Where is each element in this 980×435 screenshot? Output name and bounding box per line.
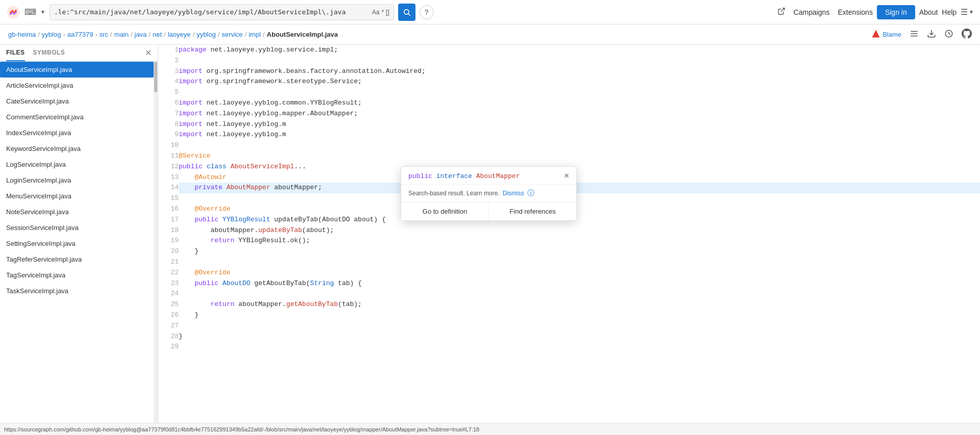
breadcrumb-path6[interactable]: yyblog xyxy=(197,31,216,38)
tooltip-title: public interface AboutMapper xyxy=(408,172,520,180)
svg-line-6 xyxy=(408,14,410,16)
tooltip-info-icon[interactable]: ⓘ xyxy=(527,189,534,198)
github-icon[interactable] xyxy=(962,29,972,40)
sidebar-item-3[interactable]: CommentServiceImpl.java xyxy=(0,109,154,125)
lines-icon[interactable] xyxy=(910,29,919,40)
about-link[interactable]: About xyxy=(919,8,938,16)
sidebar-close-button[interactable]: ✕ xyxy=(145,49,152,61)
topbar-nav: Campaigns Extensions xyxy=(777,7,873,17)
code-line-29: 29 xyxy=(158,342,980,352)
breadcrumb-path8[interactable]: impl xyxy=(249,31,261,38)
address-bar-controls: Aa * [] xyxy=(372,9,389,16)
code-line-19: 19 return YYBlogResult.ok(); xyxy=(158,236,980,246)
tooltip-header: public interface AboutMapper ✕ xyxy=(401,167,576,185)
tooltip-kw2: interface xyxy=(436,172,472,180)
svg-point-0 xyxy=(7,6,20,18)
new-tab-icon[interactable] xyxy=(777,7,786,17)
breadcrumb-sep3: › xyxy=(95,31,97,38)
code-line-10: 10 xyxy=(158,140,980,151)
breadcrumb-path1[interactable]: src xyxy=(100,31,108,38)
code-panel: 1 package net.laoyeye.yyblog.service.imp… xyxy=(158,45,980,423)
hamburger-menu[interactable]: ☰ ▼ xyxy=(961,7,974,17)
download-icon[interactable] xyxy=(927,29,936,40)
address-text: .le:^src/main/java/net/laoyeye/yyblog/se… xyxy=(54,8,369,16)
breadcrumb-bar: gb-heima / yyblog › aa77379 › src / main… xyxy=(0,24,980,45)
code-line-9: 9 import net.laoyeye.yyblog.m xyxy=(158,130,980,140)
tooltip-dismiss-button[interactable]: Dismiss xyxy=(503,190,524,197)
sidebar-item-6[interactable]: LogServiceImpl.java xyxy=(0,157,154,172)
svg-point-4 xyxy=(15,11,17,13)
brackets-icon[interactable]: [] xyxy=(386,9,389,16)
sidebar-scrollbar[interactable] xyxy=(154,62,158,423)
svg-point-1 xyxy=(10,11,12,13)
sidebar-item-0[interactable]: AboutServiceImpl.java xyxy=(0,62,154,78)
regex-icon[interactable]: * xyxy=(381,9,384,16)
code-line-27: 27 xyxy=(158,321,980,331)
sidebar-item-9[interactable]: NoteServiceImpl.java xyxy=(0,204,154,220)
breadcrumb-path4[interactable]: net xyxy=(153,31,162,38)
sidebar-item-10[interactable]: SessionServiceImpl.java xyxy=(0,220,154,236)
font-size-label[interactable]: Aa xyxy=(372,9,380,16)
svg-point-3 xyxy=(10,13,12,15)
tooltip-actions: Go to definition Find references xyxy=(401,202,576,220)
tab-files[interactable]: FILES xyxy=(6,49,25,61)
main-area: FILES SYMBOLS ✕ AboutServiceImpl.java Ar… xyxy=(0,45,980,423)
search-button[interactable] xyxy=(398,4,415,21)
breadcrumb-repo[interactable]: yyblog xyxy=(42,31,61,38)
keyboard-icon[interactable]: ⌨ xyxy=(24,7,36,17)
status-url: https://sourcegraph.com/github.com/gb-he… xyxy=(4,426,479,432)
topbar: ⌨ ▼ .le:^src/main/java/net/laoyeye/yyblo… xyxy=(0,0,980,24)
sourcegraph-logo[interactable] xyxy=(6,5,20,19)
keyboard-dropdown[interactable]: ▼ xyxy=(40,9,45,15)
blame-button[interactable]: Blame xyxy=(871,29,901,40)
sidebar-item-13[interactable]: TagServiceImpl.java xyxy=(0,267,154,283)
help-button[interactable]: ? xyxy=(420,5,434,19)
breadcrumb-path3[interactable]: java xyxy=(135,31,147,38)
code-line-21: 21 xyxy=(158,257,980,268)
blame-label: Blame xyxy=(883,31,901,38)
sidebar-item-2[interactable]: CateServiceImpl.java xyxy=(0,93,154,109)
code-line-22: 22 @Override xyxy=(158,268,980,278)
sidebar-item-7[interactable]: LoginServiceImpl.java xyxy=(0,172,154,188)
code-line-2: 2 xyxy=(158,56,980,66)
code-line-20: 20 } xyxy=(158,246,980,257)
sidebar-item-8[interactable]: MenuServiceImpl.java xyxy=(0,188,154,204)
sidebar-scrollbar-thumb[interactable] xyxy=(154,62,157,92)
sidebar-item-12[interactable]: TagReferServiceImpl.java xyxy=(0,251,154,267)
sidebar-item-4[interactable]: IndexServiceImpl.java xyxy=(0,125,154,141)
find-references-button[interactable]: Find references xyxy=(489,202,576,220)
tab-symbols[interactable]: SYMBOLS xyxy=(33,49,65,61)
history-icon[interactable] xyxy=(944,29,953,40)
breadcrumb-path2[interactable]: main xyxy=(114,31,129,38)
breadcrumb-actions: Blame xyxy=(871,29,972,40)
sidebar-item-1[interactable]: ArticleServiceImpl.java xyxy=(0,78,154,93)
breadcrumb-file: AboutServiceImpl.java xyxy=(267,31,338,38)
sidebar-item-5[interactable]: KeywordServiceImpl.java xyxy=(0,141,154,157)
code-line-4: 4 import org.springframework.stereotype.… xyxy=(158,76,980,87)
help-link[interactable]: Help xyxy=(942,8,957,16)
line-num-1: 1 xyxy=(158,45,179,56)
status-bar: https://sourcegraph.com/github.com/gb-he… xyxy=(0,423,980,435)
code-scroll-area[interactable]: 1 package net.laoyeye.yyblog.service.imp… xyxy=(158,45,980,423)
code-line-18: 18 aboutMapper.updateByTab(about); xyxy=(158,225,980,236)
line-code-1[interactable]: package net.laoyeye.yyblog.service.impl; xyxy=(179,45,980,56)
breadcrumb-sep2: › xyxy=(63,31,65,38)
code-line-1: 1 package net.laoyeye.yyblog.service.imp… xyxy=(158,45,980,56)
tooltip-kw1: public xyxy=(408,172,432,180)
sidebar-tabs: FILES SYMBOLS ✕ xyxy=(0,45,158,62)
sidebar-item-11[interactable]: SettingServiceImpl.java xyxy=(0,236,154,251)
tooltip-popup: public interface AboutMapper ✕ Search-ba… xyxy=(401,166,577,221)
code-line-3: 3 import org.springframework.beans.facto… xyxy=(158,66,980,77)
sidebar-item-14[interactable]: TaskServiceImpl.java xyxy=(0,283,154,299)
breadcrumb-path5[interactable]: laoyeye xyxy=(168,31,191,38)
code-line-11: 11 @Service xyxy=(158,151,980,162)
breadcrumb-path7[interactable]: service xyxy=(222,31,242,38)
sign-in-button[interactable]: Sign in xyxy=(877,5,915,19)
breadcrumb-hash[interactable]: aa77379 xyxy=(67,31,93,38)
extensions-link[interactable]: Extensions xyxy=(838,8,872,16)
campaigns-link[interactable]: Campaigns xyxy=(794,8,830,16)
address-bar[interactable]: .le:^src/main/java/net/laoyeye/yyblog/se… xyxy=(50,4,394,20)
breadcrumb-org[interactable]: gb-heima xyxy=(8,31,36,38)
go-to-definition-button[interactable]: Go to definition xyxy=(401,202,489,220)
tooltip-close-button[interactable]: ✕ xyxy=(564,172,569,180)
